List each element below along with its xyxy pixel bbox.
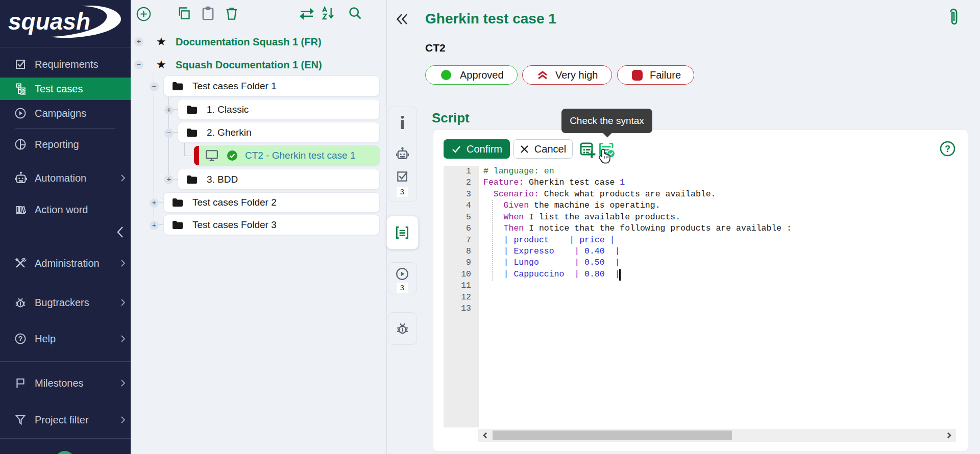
svg-text:?: ?: [945, 144, 950, 154]
svg-text:squash: squash: [8, 8, 90, 35]
svg-text:?: ?: [18, 335, 23, 343]
